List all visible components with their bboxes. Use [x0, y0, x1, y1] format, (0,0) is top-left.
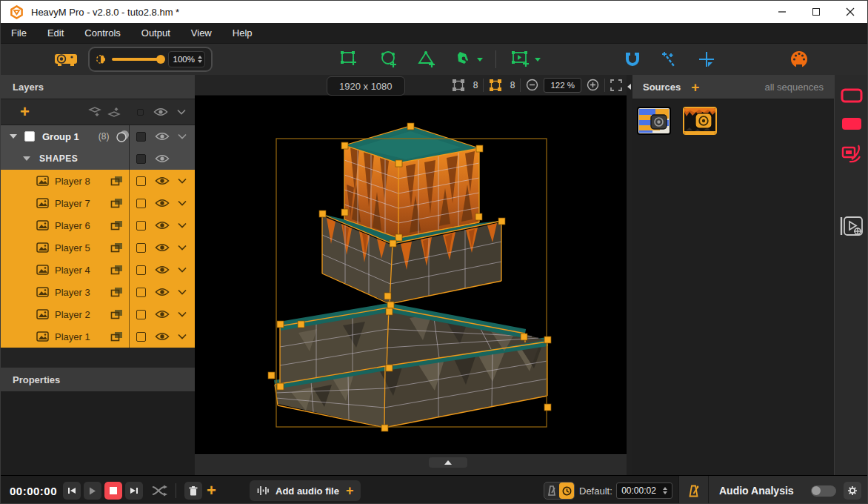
- opacity-value-box[interactable]: 100%: [168, 51, 205, 67]
- magic-wand-tool[interactable]: [660, 44, 679, 75]
- add-player-tool[interactable]: [507, 44, 543, 75]
- fit-view-icon[interactable]: [610, 79, 622, 91]
- player-eye-icon[interactable]: [155, 265, 170, 274]
- zoom-out-icon[interactable]: [526, 79, 538, 91]
- source-thumbnail-2-selected[interactable]: [683, 107, 717, 135]
- default-duration-spinbox[interactable]: 00:00:02: [616, 483, 672, 499]
- shuffle-icon[interactable]: [152, 476, 168, 504]
- player-eye-icon[interactable]: [155, 176, 170, 185]
- opacity-stepper[interactable]: [198, 56, 202, 63]
- duplicate-icon[interactable]: [110, 176, 123, 186]
- group-eye-icon[interactable]: [155, 132, 170, 141]
- pen-tool[interactable]: [454, 44, 484, 75]
- layer-row-player[interactable]: Player 5: [1, 236, 195, 259]
- face-outline-mode-button[interactable]: [841, 88, 863, 106]
- clock-mode-icon[interactable]: [559, 483, 574, 499]
- player-solo-checkbox[interactable]: [136, 288, 146, 297]
- add-group-button[interactable]: +: [20, 104, 30, 120]
- mapping-canvas[interactable]: [195, 96, 627, 454]
- duplicate-icon[interactable]: [110, 331, 123, 342]
- player-solo-checkbox[interactable]: [136, 176, 146, 186]
- timeline-expand-tab[interactable]: [429, 457, 467, 468]
- player-solo-checkbox[interactable]: [136, 199, 146, 208]
- audio-analysis-toggle[interactable]: [811, 485, 836, 497]
- sources-filter[interactable]: all sequences: [765, 82, 824, 93]
- menu-file[interactable]: File: [1, 23, 37, 43]
- group-solo-checkbox[interactable]: [136, 132, 146, 142]
- add-quad-tool[interactable]: [338, 44, 359, 75]
- move-layer-down-icon[interactable]: [88, 106, 101, 118]
- source-thumbnail-1[interactable]: [637, 107, 671, 135]
- chevron-down-icon[interactable]: [178, 245, 187, 251]
- player-eye-icon[interactable]: [155, 288, 170, 296]
- add-ellipse-tool[interactable]: [378, 44, 399, 75]
- duplicate-icon[interactable]: [110, 220, 123, 231]
- player-solo-checkbox[interactable]: [136, 265, 146, 275]
- player-eye-icon[interactable]: [155, 332, 170, 341]
- chevron-down-icon[interactable]: [178, 133, 187, 139]
- close-button[interactable]: [833, 1, 867, 23]
- add-audio-file-button[interactable]: Add audio file +: [250, 480, 361, 501]
- magnet-tool[interactable]: [623, 44, 642, 75]
- menu-controls[interactable]: Controls: [74, 23, 130, 43]
- add-player-dropdown-caret[interactable]: [535, 58, 541, 62]
- audio-analysis-settings-button[interactable]: [844, 482, 861, 500]
- chevron-down-icon[interactable]: [178, 200, 187, 206]
- master-solo-checkbox[interactable]: [137, 109, 144, 116]
- duplicate-icon[interactable]: [110, 265, 123, 275]
- play-button[interactable]: [84, 482, 101, 500]
- skip-start-button[interactable]: [63, 482, 81, 500]
- player-solo-checkbox[interactable]: [136, 243, 146, 253]
- zoom-in-icon[interactable]: [587, 79, 599, 91]
- player-solo-checkbox[interactable]: [136, 221, 146, 231]
- panel-collapse-handle[interactable]: [627, 75, 632, 475]
- menu-edit[interactable]: Edit: [37, 23, 74, 43]
- menu-help[interactable]: Help: [222, 23, 263, 43]
- layer-row-player[interactable]: Player 6: [1, 214, 195, 236]
- master-eye-icon[interactable]: [153, 107, 168, 116]
- chevron-down-icon[interactable]: [178, 222, 187, 228]
- chevron-down-icon[interactable]: [178, 289, 187, 295]
- layer-row-player[interactable]: Player 8: [1, 170, 195, 192]
- metronome-icon[interactable]: [679, 476, 709, 504]
- zoom-level-box[interactable]: 122 %: [544, 78, 581, 93]
- duplicate-icon[interactable]: [110, 198, 123, 208]
- chevron-down-icon[interactable]: [178, 178, 187, 184]
- duplicate-icon[interactable]: [110, 242, 123, 253]
- delete-track-button[interactable]: [184, 482, 202, 500]
- chevron-down-icon[interactable]: [178, 334, 187, 339]
- chevron-down-icon[interactable]: [178, 267, 187, 273]
- player-eye-icon[interactable]: [155, 243, 170, 252]
- player-solo-checkbox[interactable]: [136, 332, 146, 342]
- midi-tool[interactable]: [789, 44, 809, 75]
- maximize-button[interactable]: [799, 1, 833, 23]
- draw-shape-mode-button[interactable]: [841, 143, 863, 167]
- player-eye-icon[interactable]: [155, 199, 170, 208]
- skip-end-button[interactable]: [125, 482, 143, 500]
- crosshair-tool[interactable]: [697, 44, 716, 75]
- shapes-eye-icon[interactable]: [155, 154, 170, 163]
- add-track-button[interactable]: +: [207, 476, 216, 504]
- group-color-checkbox[interactable]: [24, 131, 35, 142]
- player-solo-checkbox[interactable]: [136, 310, 146, 319]
- layer-row-player[interactable]: Player 2: [1, 303, 195, 325]
- layer-row-group[interactable]: Group 1 (8): [1, 125, 195, 147]
- duplicate-icon[interactable]: [110, 309, 123, 319]
- layer-row-player[interactable]: Player 1: [1, 325, 195, 348]
- player-settings-button[interactable]: [839, 214, 864, 241]
- duration-mode-toggle[interactable]: [544, 482, 575, 500]
- opacity-slider[interactable]: [112, 58, 160, 61]
- minimize-button[interactable]: [765, 1, 799, 23]
- add-source-button[interactable]: +: [691, 80, 699, 94]
- move-layer-up-icon[interactable]: [107, 106, 121, 118]
- projector-icon[interactable]: [53, 44, 79, 75]
- stop-button[interactable]: [104, 482, 122, 500]
- shapes-expand-triangle[interactable]: [23, 156, 30, 161]
- layer-row-player[interactable]: Player 3: [1, 281, 195, 303]
- player-eye-icon[interactable]: [155, 221, 170, 230]
- layer-row-player[interactable]: Player 4: [1, 259, 195, 281]
- shapes-solo-checkbox[interactable]: [136, 154, 146, 164]
- menu-view[interactable]: View: [181, 23, 222, 43]
- pen-dropdown-caret[interactable]: [477, 58, 483, 62]
- duplicate-icon[interactable]: [110, 287, 123, 297]
